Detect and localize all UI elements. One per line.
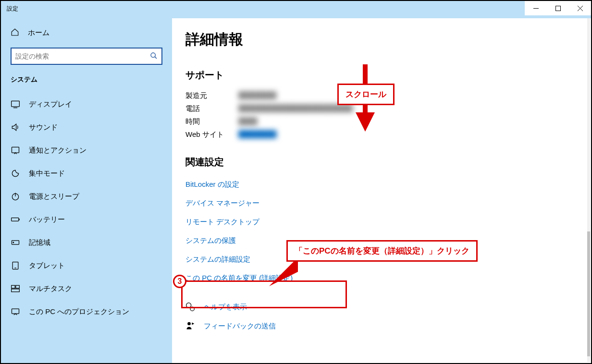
support-value: ████ xyxy=(238,117,258,126)
svg-marker-25 xyxy=(356,112,375,132)
notifications-icon xyxy=(11,146,20,155)
svg-rect-6 xyxy=(12,101,20,107)
svg-point-4 xyxy=(151,53,155,57)
search-box[interactable] xyxy=(11,48,162,65)
nav-label: ディスプレイ xyxy=(29,100,72,109)
svg-point-23 xyxy=(187,322,191,326)
storage-icon xyxy=(11,238,20,247)
svg-rect-17 xyxy=(12,285,15,288)
nav-label: 電源とスリープ xyxy=(29,192,79,201)
svg-rect-20 xyxy=(12,309,19,314)
sidebar-item-multitask[interactable]: マルチタスク xyxy=(1,277,172,300)
nav-label: 通知とアクション xyxy=(29,146,86,155)
feedback-icon xyxy=(185,321,195,331)
annotation-step-badge: 3 xyxy=(173,275,186,288)
sidebar-item-tablet[interactable]: タブレット xyxy=(1,254,172,277)
sidebar-category: システム xyxy=(1,72,172,93)
home-label: ホーム xyxy=(28,28,49,37)
sidebar: ホーム システム ディスプレイ サウンド 通知とアクション 集中モード 電源とス xyxy=(1,18,172,363)
sidebar-item-projection[interactable]: この PC へのプロジェクション xyxy=(1,300,172,323)
sidebar-item-focus[interactable]: 集中モード xyxy=(1,162,172,185)
window-controls xyxy=(525,1,591,15)
sidebar-item-notifications[interactable]: 通知とアクション xyxy=(1,139,172,162)
link-device-manager[interactable]: デバイス マネージャー xyxy=(185,194,578,213)
related-heading: 関連設定 xyxy=(185,156,578,169)
focus-icon xyxy=(11,169,20,178)
feedback-link[interactable]: フィードバックの送信 xyxy=(185,316,578,336)
nav-label: 集中モード xyxy=(29,169,65,178)
svg-rect-8 xyxy=(12,147,19,153)
page-title: 詳細情報 xyxy=(185,30,578,49)
nav-label: 記憶域 xyxy=(29,238,50,247)
annotation-rename-callout: 「このPCの名前を変更（詳細設定）」クリック xyxy=(286,240,478,262)
power-icon xyxy=(11,192,20,201)
minimize-button[interactable] xyxy=(525,1,547,15)
sound-icon xyxy=(11,122,20,132)
svg-rect-11 xyxy=(12,218,19,221)
link-remote-desktop[interactable]: リモート デスクトップ xyxy=(185,213,578,231)
display-icon xyxy=(11,99,20,109)
support-value: ████████████████████████ xyxy=(238,104,353,113)
home-nav[interactable]: ホーム xyxy=(1,23,172,43)
window-title: 設定 xyxy=(1,1,24,17)
tablet-icon xyxy=(11,261,20,270)
search-input[interactable] xyxy=(15,52,150,60)
multitask-icon xyxy=(11,284,20,293)
support-label-hours: 時間 xyxy=(185,117,238,126)
nav-label: バッテリー xyxy=(29,215,65,224)
sidebar-item-sound[interactable]: サウンド xyxy=(1,116,172,139)
sidebar-item-storage[interactable]: 記憶域 xyxy=(1,231,172,254)
scrollbar-thumb[interactable] xyxy=(587,231,590,356)
nav-label: サウンド xyxy=(29,123,58,132)
sidebar-item-display[interactable]: ディスプレイ xyxy=(1,93,172,116)
svg-point-14 xyxy=(13,242,14,243)
svg-rect-1 xyxy=(555,6,560,11)
support-value: ████████ xyxy=(238,91,276,100)
sidebar-item-battery[interactable]: バッテリー xyxy=(1,208,172,231)
support-row: Web サイト ████████ xyxy=(185,128,578,141)
link-bitlocker[interactable]: BitLocker の設定 xyxy=(185,175,578,194)
feedback-label: フィードバックの送信 xyxy=(204,322,276,331)
annotation-highlight-box xyxy=(181,280,347,308)
projection-icon xyxy=(11,307,20,316)
nav-label: マルチタスク xyxy=(29,284,72,293)
search-icon xyxy=(150,52,158,61)
battery-icon xyxy=(11,215,20,224)
related-settings: 関連設定 BitLocker の設定 デバイス マネージャー リモート デスクト… xyxy=(185,156,578,288)
svg-line-5 xyxy=(155,57,157,59)
support-heading: サポート xyxy=(185,69,578,82)
titlebar: 設定 xyxy=(1,1,591,18)
sidebar-item-power[interactable]: 電源とスリープ xyxy=(1,185,172,208)
maximize-button[interactable] xyxy=(547,1,569,15)
support-value-link[interactable]: ████████ xyxy=(238,130,276,139)
nav-label: タブレット xyxy=(29,261,65,270)
support-label-manufacturer: 製造元 xyxy=(185,91,238,100)
close-button[interactable] xyxy=(569,1,591,15)
nav-label: この PC へのプロジェクション xyxy=(29,307,129,316)
support-row: 時間 ████ xyxy=(185,115,578,128)
main-content: 詳細情報 サポート 製造元 ████████ 電話 ██████████████… xyxy=(172,18,591,363)
home-icon xyxy=(11,28,19,38)
support-label-phone: 電話 xyxy=(185,104,238,113)
svg-rect-18 xyxy=(16,285,20,288)
annotation-scroll-callout: スクロール xyxy=(337,84,395,105)
support-label-website: Web サイト xyxy=(185,130,238,139)
svg-rect-19 xyxy=(12,289,20,292)
